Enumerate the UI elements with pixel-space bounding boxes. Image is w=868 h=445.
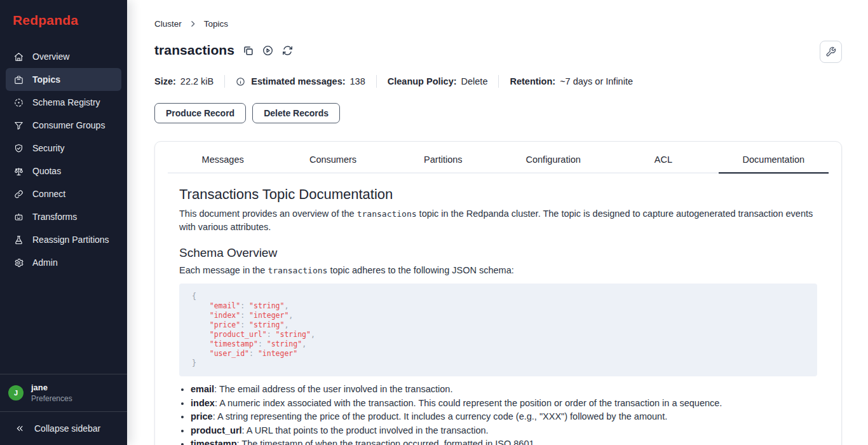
tab-consumers[interactable]: Consumers — [278, 142, 388, 174]
sidebar-item-reassign-partitions[interactable]: Reassign Partitions — [6, 228, 121, 251]
sidebar-item-label: Reassign Partitions — [32, 235, 109, 245]
field-item-price: price: A string representing the price o… — [191, 410, 817, 424]
tab-configuration[interactable]: Configuration — [498, 142, 608, 174]
user-name: jane — [31, 383, 72, 393]
stat-label: Size: — [154, 76, 176, 86]
stat-estimated-messages: Estimated messages:138 — [236, 76, 365, 86]
info-icon — [236, 77, 245, 86]
home-icon — [13, 51, 24, 62]
topic-stats: Size:22.2 kiBEstimated messages:138Clean… — [154, 75, 842, 88]
sidebar-item-label: Transforms — [32, 212, 77, 222]
sidebar-item-label: Admin — [32, 257, 58, 268]
documentation-panel: Transactions Topic Documentation This do… — [155, 174, 841, 445]
copy-topic-name-icon[interactable] — [242, 44, 254, 57]
stat-label: Cleanup Policy: — [388, 76, 457, 86]
sidebar-item-topics[interactable]: Topics — [6, 68, 121, 91]
chevron-right-icon — [189, 20, 197, 28]
sidebar-item-transforms[interactable]: Transforms — [6, 205, 121, 228]
tab-partitions[interactable]: Partitions — [388, 142, 498, 174]
field-description-list: email: The email address of the user inv… — [179, 383, 817, 445]
tab-messages[interactable]: Messages — [168, 142, 278, 174]
field-description: A string representing the price of the p… — [217, 411, 667, 421]
sidebar-item-admin[interactable]: Admin — [6, 251, 121, 274]
field-item-product-url: product_url: A URL that points to the pr… — [191, 424, 817, 438]
page-title: transactions — [154, 43, 234, 58]
tab-acl[interactable]: ACL — [608, 142, 718, 174]
collapse-sidebar-label: Collapse sidebar — [34, 423, 100, 434]
sidebar-item-label: Consumer Groups — [32, 120, 105, 130]
flask-icon — [13, 235, 24, 245]
redpanda-logo[interactable]: Redpanda — [0, 0, 127, 28]
doc-intro-text: This document provides an overview of th… — [179, 209, 357, 219]
topic-actions: Produce Record Delete Records — [154, 103, 842, 123]
stat-retention: Retention:~7 days or Infinite — [510, 76, 633, 86]
shield-icon — [13, 143, 24, 154]
user-preferences-link[interactable]: Preferences — [31, 394, 72, 403]
filter-icon — [13, 120, 24, 131]
sidebar-item-security[interactable]: Security — [6, 137, 121, 160]
stat-value: 138 — [350, 76, 365, 86]
schema-intro: Each message in the transactions topic a… — [179, 264, 817, 277]
sidebar-item-label: Quotas — [32, 166, 61, 176]
inline-code: transactions — [357, 209, 417, 219]
user-menu[interactable]: J jane Preferences — [0, 374, 127, 411]
stat-divider — [376, 75, 377, 88]
user-info: jane Preferences — [31, 383, 72, 403]
link-icon — [13, 189, 24, 200]
sidebar-item-label: Overview — [32, 51, 69, 62]
stat-divider — [498, 75, 499, 88]
field-description: The timestamp of when the transaction oc… — [241, 439, 536, 445]
refresh-icon[interactable] — [281, 44, 294, 57]
avatar: J — [8, 385, 24, 400]
inline-code: transactions — [268, 266, 327, 275]
breadcrumb-item-cluster[interactable]: Cluster — [154, 19, 182, 29]
scales-icon — [13, 166, 24, 177]
sidebar-item-label: Schema Registry — [32, 97, 100, 107]
doc-heading: Transactions Topic Documentation — [179, 186, 817, 203]
produce-record-icon[interactable] — [262, 44, 274, 57]
breadcrumb: ClusterTopics — [154, 19, 842, 29]
topic-title-row: transactions — [154, 43, 842, 58]
stat-label: Retention: — [510, 76, 555, 86]
main-content: ClusterTopics transactions Size:22.2 kiB… — [127, 0, 868, 445]
schema-icon — [13, 97, 24, 108]
schema-intro-text-2: topic adheres to the following JSON sche… — [327, 265, 513, 275]
gear-icon — [13, 257, 24, 268]
sidebar-item-overview[interactable]: Overview — [6, 45, 121, 68]
doc-intro: This document provides an overview of th… — [179, 207, 817, 234]
stat-value: 22.2 kiB — [180, 76, 214, 86]
sidebar-item-quotas[interactable]: Quotas — [6, 160, 121, 182]
field-term: product_url — [191, 425, 242, 435]
tab-documentation[interactable]: Documentation — [719, 142, 829, 174]
topic-settings-button[interactable] — [820, 41, 842, 63]
sidebar-item-label: Security — [32, 143, 65, 153]
field-item-index: index: A numeric index associated with t… — [191, 397, 817, 411]
schema-overview-heading: Schema Overview — [179, 246, 817, 260]
field-term: email — [191, 384, 214, 394]
collapse-sidebar-button[interactable]: Collapse sidebar — [0, 411, 127, 445]
sidebar-nav: OverviewTopicsSchema RegistryConsumer Gr… — [0, 45, 127, 274]
json-schema-code-block: { "email": "string", "index": "integer",… — [179, 284, 817, 376]
field-term: price — [191, 411, 213, 421]
sidebar-item-schema-registry[interactable]: Schema Registry — [6, 91, 121, 114]
stat-value: Delete — [461, 76, 488, 86]
sidebar-item-label: Connect — [32, 189, 65, 199]
topic-detail-card: MessagesConsumersPartitionsConfiguration… — [154, 141, 842, 445]
field-term: index — [191, 398, 215, 408]
topic-tabs: MessagesConsumersPartitionsConfiguration… — [168, 142, 829, 174]
field-item-email: email: The email address of the user inv… — [191, 383, 817, 397]
sidebar-item-label: Topics — [32, 74, 60, 85]
sidebar-item-consumer-groups[interactable]: Consumer Groups — [6, 114, 121, 137]
sidebar-item-connect[interactable]: Connect — [6, 182, 121, 205]
stat-cleanup-policy: Cleanup Policy:Delete — [388, 76, 488, 86]
delete-records-button[interactable]: Delete Records — [252, 103, 340, 123]
breadcrumb-item-topics[interactable]: Topics — [204, 19, 228, 29]
stat-value: ~7 days or Infinite — [560, 76, 633, 86]
robot-icon — [13, 212, 24, 222]
field-description: A URL that points to the product involve… — [247, 425, 489, 435]
produce-record-button[interactable]: Produce Record — [154, 103, 246, 123]
stat-divider — [224, 75, 225, 88]
field-item-timestamp: timestamp: The timestamp of when the tra… — [191, 437, 817, 445]
stat-size: Size:22.2 kiB — [154, 76, 214, 86]
sidebar: Redpanda OverviewTopicsSchema RegistryCo… — [0, 0, 127, 445]
